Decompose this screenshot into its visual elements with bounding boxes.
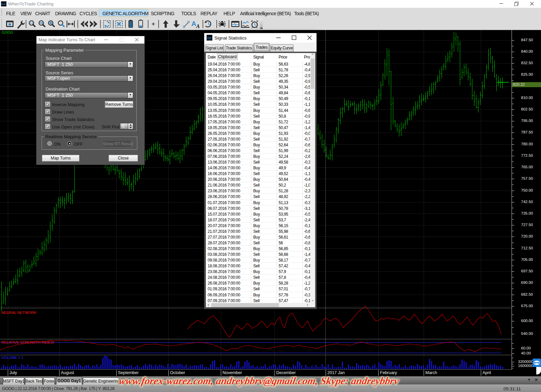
svg-text:1:1: 1:1	[30, 22, 33, 24]
svg-text:A: A	[191, 20, 196, 27]
svg-text:NEURAL NETWORK: NEURAL NETWORK	[1, 311, 37, 315]
svg-text:A: A	[196, 23, 200, 29]
svg-text:VOLUME = 1: VOLUME = 1	[1, 356, 23, 360]
svg-text:GOOG: GOOG	[2, 30, 13, 34]
svg-text:RELATIVE STRENGTH INDEXI: RELATIVE STRENGTH INDEXI	[1, 340, 54, 344]
